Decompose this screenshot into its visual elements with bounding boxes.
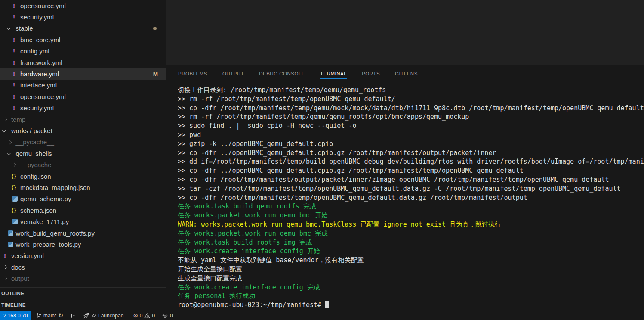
tree-item-qemu-shells[interactable]: qemu_shells: [0, 148, 166, 159]
yaml-icon: !: [3, 252, 6, 259]
chevron-right-icon[interactable]: [3, 265, 7, 269]
tree-item-opensource-yml[interactable]: !opensource.yml: [0, 91, 166, 102]
error-count: 0: [140, 313, 143, 319]
git-branch-status[interactable]: main* ↻: [34, 311, 65, 320]
terminal-text: >> cp -dfr /root/tmp/manifest/temp/openU…: [178, 194, 527, 202]
tree-item-label: config.yml: [20, 47, 49, 55]
tree-item-stable[interactable]: stable: [0, 23, 166, 34]
tree-item-mockdata-mapping-json[interactable]: {}mockdata_mapping.json: [0, 182, 166, 193]
json-icon: {}: [12, 173, 16, 179]
yaml-icon: !: [12, 93, 15, 100]
tree-item-temp[interactable]: temp: [0, 114, 166, 125]
tree-item-qemu-schema-py[interactable]: qemu_schema.py: [0, 193, 166, 205]
yaml-icon: !: [12, 59, 15, 66]
terminal-text: 任务 personal 执行成功: [178, 292, 255, 300]
terminal-text: 任务 works.packet.work_run_qemu_bmc 开始: [178, 211, 328, 219]
terminal-line: 开始生成全量接口配置: [178, 265, 644, 274]
tree-item-label: bmc_core.yml: [20, 36, 60, 43]
timeline-section-header[interactable]: TIMELINE: [0, 299, 166, 311]
terminal-text: WARN: works.packet.work_run_qemu_bmc.Tas…: [178, 221, 501, 228]
terminal-line: 任务 works.packet.work_run_qemu_bmc 完成: [178, 229, 644, 238]
tab-output[interactable]: OUTPUT: [222, 69, 244, 79]
tree-item-config-yml[interactable]: !config.yml: [0, 46, 166, 57]
tree-item-label: framework.yml: [20, 59, 62, 66]
tab-problems[interactable]: PROBLEMS: [178, 69, 208, 79]
launchpad-label: Launchpad: [98, 313, 123, 319]
tree-item-work-build-qemu-rootfs-py[interactable]: work_build_qemu_rootfs.py: [0, 227, 166, 239]
terminal-text: 切换工作目录到: /root/tmp/manifest/temp/qemu/qe…: [178, 86, 386, 94]
terminal-line: 任务 works.packet.work_run_qemu_bmc 开始: [178, 211, 644, 220]
problems-status[interactable]: ⊗ 0 0: [131, 311, 157, 320]
tab-ports[interactable]: PORTS: [361, 69, 380, 79]
chevron-right-icon[interactable]: [12, 163, 16, 167]
terminal-line: >> cp -dfr ../openUBMC_qemu_default.cpio…: [178, 149, 644, 158]
yaml-icon: !: [12, 13, 15, 21]
tree-item-label: work_build_qemu_rootfs.py: [16, 230, 95, 237]
error-icon: ⊗: [133, 313, 138, 319]
tree-item-framework-yml[interactable]: !framework.yml: [0, 57, 166, 68]
terminal-text: >> dd if=/root/tmp/manifest/temp/build_o…: [178, 158, 644, 165]
tree-item-partial[interactable]: [0, 284, 166, 287]
rocket-icon: [83, 312, 89, 319]
terminal-line: 生成全量接口配置完成: [178, 274, 644, 283]
tree-item-label: work_prepare_tools.py: [16, 241, 81, 248]
tree-item-config-json[interactable]: {}config.json: [0, 171, 166, 182]
tree-item-label: stable: [16, 25, 33, 32]
chevron-down-icon[interactable]: [6, 151, 10, 155]
chevron-down-icon[interactable]: [6, 26, 10, 30]
tree-item-security-yml[interactable]: !security.yml: [0, 11, 166, 22]
terminal-output[interactable]: 切换工作目录到: /root/tmp/manifest/temp/qemu/qe…: [166, 82, 644, 311]
tree-item-docs[interactable]: docs: [0, 261, 166, 273]
terminal-text: >> gzip -k ../openUBMC_qemu_default.cpio: [178, 140, 333, 148]
yaml-icon: !: [12, 81, 15, 89]
terminal-text: >> pwd: [178, 131, 201, 139]
tree-item-schema-json[interactable]: {}schema.json: [0, 205, 166, 216]
tree-item-label: interface.yml: [20, 81, 57, 89]
tab-debug-console[interactable]: DEBUG CONSOLE: [259, 69, 305, 79]
remote-indicator[interactable]: 2.168.0.70: [0, 311, 31, 320]
tree-item-version-yml[interactable]: !version.yml: [0, 250, 166, 261]
yaml-icon: !: [12, 104, 15, 112]
chevron-right-icon[interactable]: [3, 277, 7, 280]
tree-item-label: security.yml: [20, 104, 54, 112]
chevron-right-icon[interactable]: [7, 140, 11, 144]
tree-item-label: docs: [11, 264, 25, 271]
terminal-text: 任务 work.create_interface_config 开始: [178, 247, 320, 255]
terminal-line: 不能从 yaml 文件中获取到键值 base/vendor，没有相关配置: [178, 256, 644, 265]
tab-gitlens[interactable]: GITLENS: [394, 69, 418, 79]
yaml-icon: !: [12, 47, 15, 55]
terminal-line: >> cp -dfr ../openUBMC_qemu_default.cpio…: [178, 166, 644, 175]
tree-item-bmc-core-yml[interactable]: !bmc_core.yml: [0, 34, 166, 45]
tree-item-opensource-yml[interactable]: !opensource.yml: [0, 0, 166, 11]
tree-item-works-packet[interactable]: works / packet: [0, 125, 166, 136]
outline-section-header[interactable]: OUTLINE: [0, 287, 166, 299]
chevron-right-icon[interactable]: [3, 117, 7, 121]
sync-icon[interactable]: ↻: [59, 313, 63, 319]
tree-item-label: temp: [11, 116, 25, 123]
tree-item-label: qemu_schema.py: [20, 195, 71, 202]
tree-item-label: opensource.yml: [20, 2, 66, 9]
tree-item-output[interactable]: output: [0, 273, 166, 284]
terminal-line: 任务 personal 执行成功: [178, 292, 644, 301]
terminal-text: 不能从 yaml 文件中获取到键值 base/vendor，没有相关配置: [178, 256, 364, 264]
tree-item--pycache-[interactable]: __pycache__: [0, 159, 166, 170]
tree-item-label: schema.json: [20, 207, 56, 214]
tree-item-label: config.json: [20, 173, 51, 180]
tree-item-work-prepare-tools-py[interactable]: work_prepare_tools.py: [0, 239, 166, 250]
tree-item-vemake-1711-py[interactable]: vemake_1711.py: [0, 216, 166, 227]
tree-item--pycache-[interactable]: __pycache__: [0, 137, 166, 148]
terminal-text: root@openubmc-ubu-023:~/tmp/manifest#: [178, 301, 325, 309]
tree-item-security-yml[interactable]: !security.yml: [0, 103, 166, 114]
terminal-text: 任务 work.task_build_rootfs_img 完成: [178, 239, 312, 246]
terminal-line: >> dd if=/root/tmp/manifest/temp/build_o…: [178, 157, 644, 166]
broadcast-status[interactable]: 0: [160, 311, 175, 320]
commit-graph-button[interactable]: [68, 311, 78, 320]
terminal-line: >> gzip -k ../openUBMC_qemu_default.cpio: [178, 140, 644, 149]
git-modified-badge: M: [153, 71, 158, 77]
git-branch-icon: [36, 313, 42, 319]
launchpad-button[interactable]: Launchpad: [81, 311, 126, 320]
tree-item-interface-yml[interactable]: !interface.yml: [0, 80, 166, 91]
tab-terminal[interactable]: TERMINAL: [320, 69, 347, 79]
tree-item-hardware-yml[interactable]: !hardware.ymlM: [0, 68, 166, 79]
chevron-down-icon[interactable]: [2, 128, 6, 132]
